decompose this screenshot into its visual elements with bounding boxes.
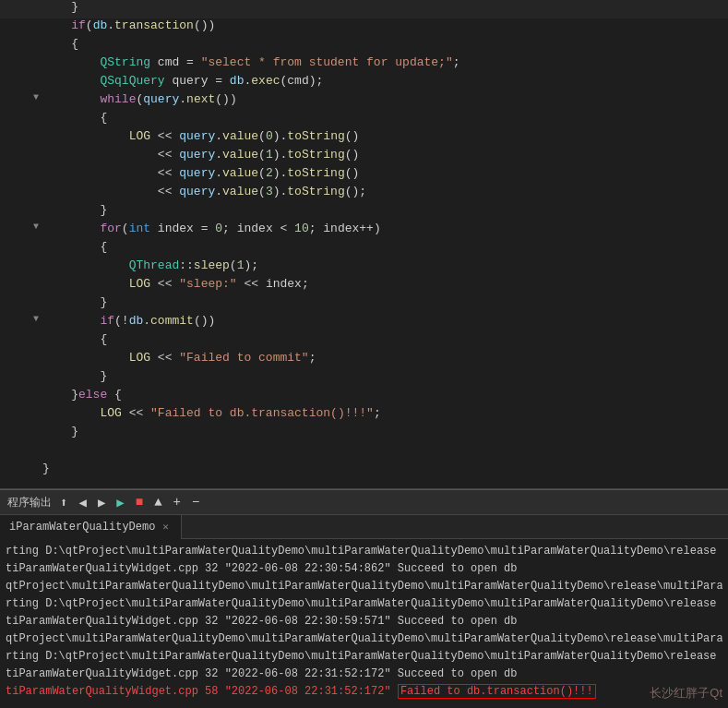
code-line: [0, 443, 728, 462]
code-content: }: [42, 462, 728, 475]
code-content: LOG << query.value(0).toString(): [42, 129, 728, 143]
code-line: {: [0, 37, 728, 55]
code-line: QString cmd = "select * from student for…: [0, 55, 728, 74]
toolbar-run-icon[interactable]: ▶: [113, 493, 126, 512]
code-line: [0, 480, 728, 489]
fold-arrow[interactable]: ▼: [30, 314, 42, 324]
toolbar-up2-icon[interactable]: ▲: [151, 493, 164, 511]
code-line: QThread::sleep(1);: [0, 258, 728, 277]
code-line: }: [0, 462, 728, 480]
code-content: QSqlQuery query = db.exec(cmd);: [42, 74, 728, 88]
code-content: }else {: [42, 388, 728, 402]
code-content: }: [42, 369, 728, 383]
toolbar-minus-icon[interactable]: −: [189, 493, 202, 511]
toolbar-forward-icon[interactable]: ▶: [95, 493, 108, 512]
watermark: 长沙红胖子Qt: [644, 683, 728, 703]
code-line: }else {: [0, 388, 728, 406]
toolbar-plus-icon[interactable]: +: [171, 493, 184, 511]
fold-arrow[interactable]: ▼: [30, 222, 42, 232]
code-line: }: [0, 203, 728, 222]
code-line: LOG << "Failed to db.transaction()!!!";: [0, 406, 728, 425]
code-content: if(!db.commit()): [42, 314, 728, 328]
code-line: ▼ if(!db.commit()): [0, 314, 728, 332]
code-content: << query.value(1).toString(): [42, 148, 728, 162]
output-line: tiParamWaterQualityWidget.cpp 32 "2022-0…: [6, 560, 722, 578]
code-line: << query.value(1).toString(): [0, 148, 728, 166]
code-line: }: [0, 295, 728, 314]
output-line: qtProject\multiParamWaterQualityDemo\mul…: [6, 578, 722, 595]
output-line: tiParamWaterQualityWidget.cpp 32 "2022-0…: [6, 666, 722, 683]
code-content: if(db.transaction()): [42, 18, 728, 32]
tab-output[interactable]: iParamWaterQualityDemo ✕: [0, 515, 182, 539]
code-content: {: [42, 332, 728, 346]
code-content: }: [42, 425, 728, 438]
code-line: ▼ for(int index = 0; index < 10; index++…: [0, 222, 728, 240]
toolbar-back-icon[interactable]: ◀: [76, 493, 89, 512]
output-line: qtProject\multiParamWaterQualityDemo\mul…: [6, 630, 722, 648]
code-line: {: [0, 111, 728, 129]
toolbar: 程序输出 ⬆ ◀ ▶ ▶ ■ ▲ + −: [0, 489, 728, 515]
code-content: for(int index = 0; index < 10; index++): [42, 222, 728, 235]
code-line: LOG << "Failed to commit";: [0, 351, 728, 369]
fold-arrow[interactable]: ▼: [30, 92, 42, 102]
code-line: {: [0, 332, 728, 351]
code-line: << query.value(3).toString();: [0, 185, 728, 203]
output-line: tiParamWaterQualityWidget.cpp 58 "2022-0…: [6, 683, 722, 701]
code-line: << query.value(2).toString(): [0, 166, 728, 185]
code-content: << query.value(2).toString(): [42, 166, 728, 180]
code-content: QString cmd = "select * from student for…: [42, 55, 728, 69]
toolbar-label: 程序输出: [7, 495, 52, 510]
code-line: {: [0, 240, 728, 258]
code-content: }: [42, 203, 728, 217]
error-highlight: Failed to db.transaction()!!!: [398, 684, 596, 699]
code-content: QThread::sleep(1);: [42, 258, 728, 272]
code-content: {: [42, 37, 728, 51]
output-line: tiParamWaterQualityWidget.cpp 32 "2022-0…: [6, 613, 722, 630]
code-content: {: [42, 240, 728, 254]
code-editor: } if(db.transaction()) { QString cmd = "…: [0, 0, 728, 489]
output-line: rting D:\qtProject\multiParamWaterQualit…: [6, 648, 722, 666]
code-line: ▼ while(query.next()): [0, 92, 728, 111]
code-content: << query.value(3).toString();: [42, 185, 728, 198]
code-content: LOG << "sleep:" << index;: [42, 277, 728, 291]
code-line: }: [0, 425, 728, 443]
code-line: LOG << "sleep:" << index;: [0, 277, 728, 295]
code-line: QSqlQuery query = db.exec(cmd);: [0, 74, 728, 92]
code-content: LOG << "Failed to commit";: [42, 351, 728, 365]
code-line: }: [0, 369, 728, 388]
toolbar-stop-icon[interactable]: ■: [133, 493, 146, 511]
code-content: }: [42, 0, 728, 14]
code-line: if(db.transaction()): [0, 18, 728, 37]
output-panel: rting D:\qtProject\multiParamWaterQualit…: [0, 539, 728, 703]
code-content: }: [42, 295, 728, 309]
code-line: }: [0, 0, 728, 18]
code-content: while(query.next()): [42, 92, 728, 106]
tab-bar: iParamWaterQualityDemo ✕: [0, 515, 728, 539]
output-line: rting D:\qtProject\multiParamWaterQualit…: [6, 543, 722, 560]
code-content: {: [42, 111, 728, 125]
code-content: LOG << "Failed to db.transaction()!!!";: [42, 406, 728, 420]
tab-label: iParamWaterQualityDemo: [9, 521, 155, 534]
output-line: rting D:\qtProject\multiParamWaterQualit…: [6, 595, 722, 613]
tab-close-icon[interactable]: ✕: [159, 521, 172, 534]
toolbar-up-icon[interactable]: ⬆: [57, 493, 70, 512]
code-line: LOG << query.value(0).toString(): [0, 129, 728, 148]
